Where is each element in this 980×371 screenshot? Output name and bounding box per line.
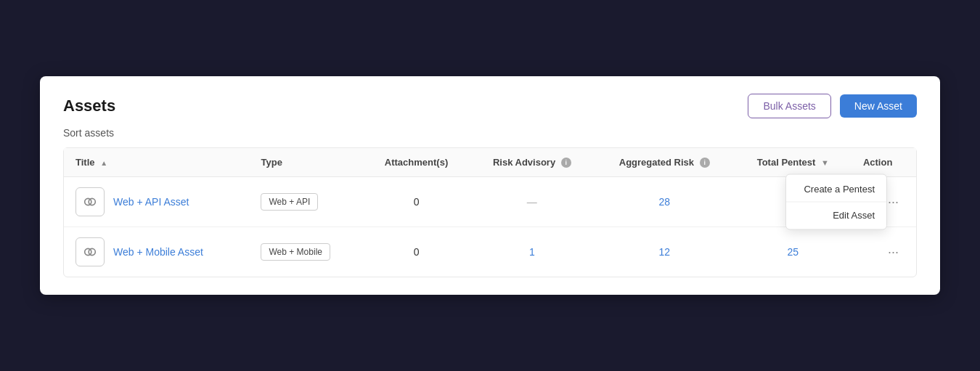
table-header: Title ▲ Type Attachment(s) Risk Advisory… (64, 148, 916, 177)
row1-aggregated-risk-value[interactable]: 28 (658, 196, 670, 208)
edit-asset-item[interactable]: Edit Asset (786, 204, 886, 227)
asset-icon (75, 187, 105, 216)
row1-attachments-cell: 0 (363, 177, 470, 227)
row2-aggregated-risk-value[interactable]: 12 (658, 246, 670, 258)
aggregated-risk-info-icon[interactable]: i (700, 158, 710, 168)
row2-title-cell: Web + Mobile Asset (64, 227, 249, 277)
dropdown-divider (786, 202, 886, 203)
row2-total-pentest-value[interactable]: 25 (788, 246, 799, 258)
page-header: Assets Bulk Assets New Asset (63, 94, 917, 118)
sort-bar: Sort assets (63, 124, 917, 142)
svg-point-1 (89, 199, 95, 205)
col-risk-advisory: Risk Advisory i (470, 148, 595, 177)
bulk-assets-button[interactable]: Bulk Assets (748, 94, 830, 118)
col-total-pentest: Total Pentest ▼ (735, 148, 852, 177)
new-asset-button[interactable]: New Asset (840, 94, 917, 118)
table-row: Web + Mobile Asset Web + Mobile 0 1 12 (64, 227, 916, 277)
row1-type-cell: Web + API (249, 177, 363, 227)
total-pentest-filter-icon[interactable]: ▼ (821, 158, 829, 167)
row2-attachments-cell: 0 (363, 227, 470, 277)
col-title: Title ▲ (64, 148, 249, 177)
main-container: Assets Bulk Assets New Asset Sort assets… (40, 76, 940, 295)
col-action: Action (852, 148, 916, 177)
risk-advisory-info-icon[interactable]: i (561, 158, 571, 168)
row2-aggregated-risk-cell: 12 (595, 227, 735, 277)
row1-title-cell: Web + API Asset (64, 177, 249, 227)
row2-type-cell: Web + Mobile (249, 227, 363, 277)
sort-asc-icon[interactable]: ▲ (100, 159, 107, 167)
row1-aggregated-risk-cell: 28 (595, 177, 735, 227)
row1-risk-advisory-cell: — (470, 177, 595, 227)
col-type: Type (249, 148, 363, 177)
col-attachments: Attachment(s) (363, 148, 470, 177)
row2-type-badge: Web + Mobile (261, 243, 330, 261)
create-pentest-item[interactable]: Create a Pentest (786, 178, 886, 200)
row2-total-pentest-cell: 25 (735, 227, 852, 277)
svg-point-3 (89, 249, 95, 256)
assets-table: Title ▲ Type Attachment(s) Risk Advisory… (64, 148, 916, 277)
header-buttons: Bulk Assets New Asset (748, 94, 917, 118)
row2-risk-advisory-value[interactable]: 1 (529, 246, 535, 258)
col-aggregated-risk: Aggregated Risk i (595, 148, 735, 177)
table-body: Web + API Asset Web + API 0 — 28 (64, 177, 916, 277)
assets-table-wrapper: Title ▲ Type Attachment(s) Risk Advisory… (63, 147, 917, 278)
row1-dropdown-menu: Create a Pentest Edit Asset (785, 174, 887, 230)
row2-action-button[interactable]: ··· (882, 242, 905, 263)
row2-asset-name[interactable]: Web + Mobile Asset (113, 246, 203, 258)
asset-icon (75, 237, 105, 266)
asset-cell: Web + API Asset (75, 187, 237, 216)
table-row: Web + API Asset Web + API 0 — 28 (64, 177, 916, 227)
row2-action-cell: ··· (852, 227, 916, 277)
row1-action-cell: ··· Create a Pentest Edit Asset (852, 177, 916, 227)
asset-cell: Web + Mobile Asset (75, 237, 237, 266)
row1-asset-name[interactable]: Web + API Asset (113, 196, 189, 208)
page-title: Assets (63, 97, 115, 115)
row2-risk-advisory-cell: 1 (470, 227, 595, 277)
row1-type-badge: Web + API (261, 193, 318, 211)
